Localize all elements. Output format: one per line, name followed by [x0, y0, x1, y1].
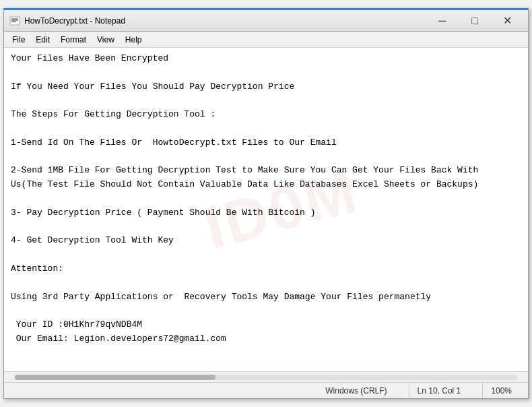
editor-area: ID0M Your Files Have Been Encrypted If Y… — [4, 48, 528, 371]
text-content[interactable]: Your Files Have Been Encrypted If You Ne… — [4, 48, 528, 371]
menu-help[interactable]: Help — [120, 32, 147, 47]
close-button[interactable]: ✕ — [492, 11, 523, 31]
scrollbar-thumb[interactable] — [15, 375, 215, 380]
maximize-button[interactable]: □ — [459, 11, 490, 31]
status-encoding: Windows (CRLF) — [317, 383, 395, 398]
svg-rect-0 — [10, 17, 20, 25]
menu-edit[interactable]: Edit — [30, 32, 55, 47]
minimize-button[interactable]: ─ — [427, 11, 458, 31]
menu-view[interactable]: View — [92, 32, 120, 47]
notepad-window: HowToDecrypt.txt - Notepad ─ □ ✕ File Ed… — [3, 8, 529, 399]
status-bar: Windows (CRLF) Ln 10, Col 1 100% — [4, 382, 528, 398]
menu-bar: File Edit Format View Help — [4, 32, 528, 48]
window-controls: ─ □ ✕ — [427, 11, 523, 31]
status-zoom: 100% — [482, 383, 520, 398]
scrollbar-track[interactable] — [15, 375, 517, 380]
window-icon — [9, 15, 20, 26]
horizontal-scrollbar[interactable] — [4, 371, 528, 382]
title-bar: HowToDecrypt.txt - Notepad ─ □ ✕ — [4, 10, 528, 32]
menu-file[interactable]: File — [7, 32, 30, 47]
window-title: HowToDecrypt.txt - Notepad — [24, 16, 427, 26]
menu-format[interactable]: Format — [55, 32, 92, 47]
status-position: Ln 10, Col 1 — [409, 383, 469, 398]
